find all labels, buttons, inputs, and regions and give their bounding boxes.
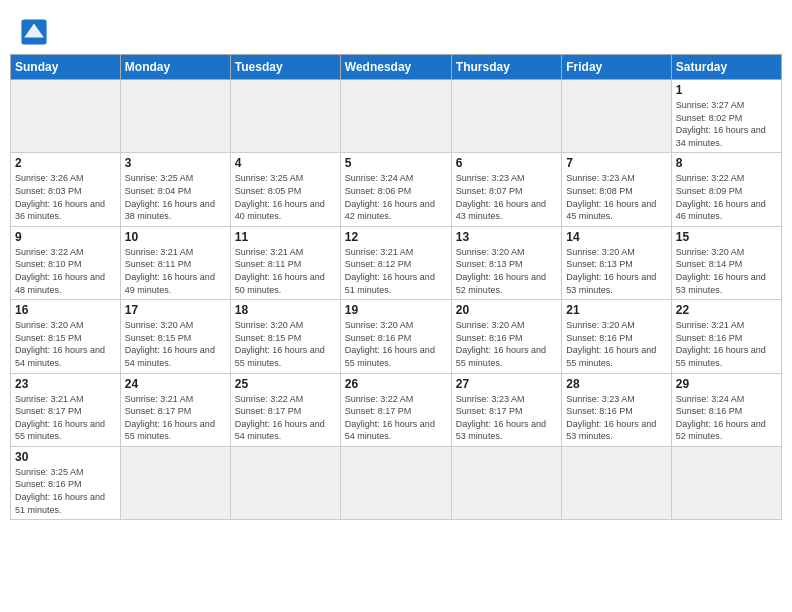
calendar-cell: 20Sunrise: 3:20 AMSunset: 8:16 PMDayligh… — [451, 300, 561, 373]
day-info: Sunrise: 3:20 AMSunset: 8:15 PMDaylight:… — [125, 319, 226, 369]
calendar-cell: 8Sunrise: 3:22 AMSunset: 8:09 PMDaylight… — [671, 153, 781, 226]
calendar-cell: 10Sunrise: 3:21 AMSunset: 8:11 PMDayligh… — [120, 226, 230, 299]
weekday-header-friday: Friday — [562, 55, 671, 80]
day-number: 17 — [125, 303, 226, 317]
week-row-1: 2Sunrise: 3:26 AMSunset: 8:03 PMDaylight… — [11, 153, 782, 226]
calendar-cell: 26Sunrise: 3:22 AMSunset: 8:17 PMDayligh… — [340, 373, 451, 446]
calendar-cell — [340, 80, 451, 153]
calendar-cell: 30Sunrise: 3:25 AMSunset: 8:16 PMDayligh… — [11, 446, 121, 519]
calendar-cell: 22Sunrise: 3:21 AMSunset: 8:16 PMDayligh… — [671, 300, 781, 373]
day-info: Sunrise: 3:25 AMSunset: 8:16 PMDaylight:… — [15, 466, 116, 516]
day-number: 28 — [566, 377, 666, 391]
day-info: Sunrise: 3:21 AMSunset: 8:16 PMDaylight:… — [676, 319, 777, 369]
day-info: Sunrise: 3:25 AMSunset: 8:04 PMDaylight:… — [125, 172, 226, 222]
day-number: 5 — [345, 156, 447, 170]
day-number: 26 — [345, 377, 447, 391]
day-number: 12 — [345, 230, 447, 244]
week-row-3: 16Sunrise: 3:20 AMSunset: 8:15 PMDayligh… — [11, 300, 782, 373]
week-row-4: 23Sunrise: 3:21 AMSunset: 8:17 PMDayligh… — [11, 373, 782, 446]
weekday-header-monday: Monday — [120, 55, 230, 80]
day-number: 14 — [566, 230, 666, 244]
day-number: 19 — [345, 303, 447, 317]
calendar-cell: 21Sunrise: 3:20 AMSunset: 8:16 PMDayligh… — [562, 300, 671, 373]
day-info: Sunrise: 3:22 AMSunset: 8:09 PMDaylight:… — [676, 172, 777, 222]
day-info: Sunrise: 3:24 AMSunset: 8:06 PMDaylight:… — [345, 172, 447, 222]
day-number: 23 — [15, 377, 116, 391]
day-number: 24 — [125, 377, 226, 391]
calendar-cell — [451, 446, 561, 519]
day-number: 16 — [15, 303, 116, 317]
calendar-cell: 29Sunrise: 3:24 AMSunset: 8:16 PMDayligh… — [671, 373, 781, 446]
day-info: Sunrise: 3:20 AMSunset: 8:16 PMDaylight:… — [566, 319, 666, 369]
day-number: 30 — [15, 450, 116, 464]
calendar-cell: 2Sunrise: 3:26 AMSunset: 8:03 PMDaylight… — [11, 153, 121, 226]
calendar-cell — [11, 80, 121, 153]
day-info: Sunrise: 3:21 AMSunset: 8:17 PMDaylight:… — [125, 393, 226, 443]
day-info: Sunrise: 3:20 AMSunset: 8:13 PMDaylight:… — [566, 246, 666, 296]
day-info: Sunrise: 3:23 AMSunset: 8:16 PMDaylight:… — [566, 393, 666, 443]
calendar-cell — [230, 80, 340, 153]
week-row-0: 1Sunrise: 3:27 AMSunset: 8:02 PMDaylight… — [11, 80, 782, 153]
calendar-cell: 13Sunrise: 3:20 AMSunset: 8:13 PMDayligh… — [451, 226, 561, 299]
day-number: 18 — [235, 303, 336, 317]
day-info: Sunrise: 3:27 AMSunset: 8:02 PMDaylight:… — [676, 99, 777, 149]
day-info: Sunrise: 3:20 AMSunset: 8:16 PMDaylight:… — [456, 319, 557, 369]
calendar-cell: 7Sunrise: 3:23 AMSunset: 8:08 PMDaylight… — [562, 153, 671, 226]
weekday-header-row: SundayMondayTuesdayWednesdayThursdayFrid… — [11, 55, 782, 80]
calendar-cell: 11Sunrise: 3:21 AMSunset: 8:11 PMDayligh… — [230, 226, 340, 299]
day-number: 4 — [235, 156, 336, 170]
week-row-2: 9Sunrise: 3:22 AMSunset: 8:10 PMDaylight… — [11, 226, 782, 299]
day-info: Sunrise: 3:21 AMSunset: 8:12 PMDaylight:… — [345, 246, 447, 296]
calendar-cell — [120, 446, 230, 519]
calendar-cell — [562, 446, 671, 519]
day-number: 11 — [235, 230, 336, 244]
day-info: Sunrise: 3:23 AMSunset: 8:17 PMDaylight:… — [456, 393, 557, 443]
day-number: 3 — [125, 156, 226, 170]
logo-icon — [20, 18, 48, 46]
day-number: 10 — [125, 230, 226, 244]
calendar-cell: 3Sunrise: 3:25 AMSunset: 8:04 PMDaylight… — [120, 153, 230, 226]
day-info: Sunrise: 3:23 AMSunset: 8:08 PMDaylight:… — [566, 172, 666, 222]
day-info: Sunrise: 3:22 AMSunset: 8:10 PMDaylight:… — [15, 246, 116, 296]
day-number: 9 — [15, 230, 116, 244]
weekday-header-sunday: Sunday — [11, 55, 121, 80]
day-info: Sunrise: 3:20 AMSunset: 8:16 PMDaylight:… — [345, 319, 447, 369]
calendar-cell: 27Sunrise: 3:23 AMSunset: 8:17 PMDayligh… — [451, 373, 561, 446]
weekday-header-tuesday: Tuesday — [230, 55, 340, 80]
weekday-header-saturday: Saturday — [671, 55, 781, 80]
calendar-cell: 17Sunrise: 3:20 AMSunset: 8:15 PMDayligh… — [120, 300, 230, 373]
day-info: Sunrise: 3:21 AMSunset: 8:11 PMDaylight:… — [125, 246, 226, 296]
day-number: 27 — [456, 377, 557, 391]
calendar-cell — [671, 446, 781, 519]
day-info: Sunrise: 3:24 AMSunset: 8:16 PMDaylight:… — [676, 393, 777, 443]
weekday-header-wednesday: Wednesday — [340, 55, 451, 80]
day-info: Sunrise: 3:20 AMSunset: 8:15 PMDaylight:… — [15, 319, 116, 369]
calendar-cell: 12Sunrise: 3:21 AMSunset: 8:12 PMDayligh… — [340, 226, 451, 299]
day-info: Sunrise: 3:22 AMSunset: 8:17 PMDaylight:… — [345, 393, 447, 443]
day-number: 13 — [456, 230, 557, 244]
calendar-cell: 18Sunrise: 3:20 AMSunset: 8:15 PMDayligh… — [230, 300, 340, 373]
calendar-cell — [562, 80, 671, 153]
week-row-5: 30Sunrise: 3:25 AMSunset: 8:16 PMDayligh… — [11, 446, 782, 519]
day-info: Sunrise: 3:22 AMSunset: 8:17 PMDaylight:… — [235, 393, 336, 443]
calendar-cell: 14Sunrise: 3:20 AMSunset: 8:13 PMDayligh… — [562, 226, 671, 299]
day-info: Sunrise: 3:21 AMSunset: 8:11 PMDaylight:… — [235, 246, 336, 296]
day-number: 6 — [456, 156, 557, 170]
calendar-cell: 28Sunrise: 3:23 AMSunset: 8:16 PMDayligh… — [562, 373, 671, 446]
day-number: 2 — [15, 156, 116, 170]
calendar-cell: 5Sunrise: 3:24 AMSunset: 8:06 PMDaylight… — [340, 153, 451, 226]
calendar-cell: 23Sunrise: 3:21 AMSunset: 8:17 PMDayligh… — [11, 373, 121, 446]
weekday-header-thursday: Thursday — [451, 55, 561, 80]
day-info: Sunrise: 3:20 AMSunset: 8:14 PMDaylight:… — [676, 246, 777, 296]
day-info: Sunrise: 3:21 AMSunset: 8:17 PMDaylight:… — [15, 393, 116, 443]
calendar-cell: 25Sunrise: 3:22 AMSunset: 8:17 PMDayligh… — [230, 373, 340, 446]
calendar-cell: 1Sunrise: 3:27 AMSunset: 8:02 PMDaylight… — [671, 80, 781, 153]
calendar-cell — [120, 80, 230, 153]
calendar-cell: 4Sunrise: 3:25 AMSunset: 8:05 PMDaylight… — [230, 153, 340, 226]
calendar-table: SundayMondayTuesdayWednesdayThursdayFrid… — [10, 54, 782, 520]
calendar-cell: 16Sunrise: 3:20 AMSunset: 8:15 PMDayligh… — [11, 300, 121, 373]
day-number: 1 — [676, 83, 777, 97]
calendar-cell: 19Sunrise: 3:20 AMSunset: 8:16 PMDayligh… — [340, 300, 451, 373]
day-info: Sunrise: 3:23 AMSunset: 8:07 PMDaylight:… — [456, 172, 557, 222]
day-info: Sunrise: 3:26 AMSunset: 8:03 PMDaylight:… — [15, 172, 116, 222]
